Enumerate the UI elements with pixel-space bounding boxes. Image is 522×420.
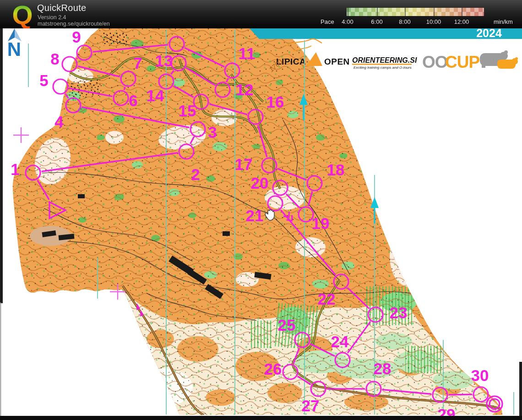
website-link[interactable]: matstroeng.se/quickroute/en: [38, 21, 110, 27]
control-number-11: 11: [239, 44, 256, 62]
control-number-30: 30: [471, 366, 489, 384]
header-bar: Q QuickRoute Version 2.4 matstroeng.se/q…: [0, 0, 522, 28]
open-word: OPEN: [324, 57, 350, 66]
control-number-22: 22: [318, 290, 336, 308]
map-left-edge: [0, 28, 3, 303]
orienteering-si-subtitle: Exciting training camps and O-tours: [353, 65, 412, 70]
control-number-16: 16: [266, 93, 284, 111]
pace-tick: [462, 8, 462, 16]
pace-tick: [348, 8, 348, 16]
control-number-7: 7: [133, 54, 142, 72]
quickroute-logo-icon: Q: [9, 0, 36, 28]
pace-tick: [434, 8, 435, 16]
pace-tick-label: 10:00: [423, 18, 445, 25]
control-number-25: 25: [278, 316, 296, 334]
control-number-24: 24: [331, 333, 349, 350]
control-number-27: 27: [302, 397, 320, 415]
map-canvas[interactable]: 2024 LIPICA OPEN ORIENTEERING.SI Excitin…: [0, 0, 522, 420]
north-letter: N: [7, 38, 21, 60]
control-number-15: 15: [179, 102, 196, 120]
control-number-9: 9: [72, 28, 81, 46]
control-number-28: 28: [374, 360, 392, 377]
map-left-edge-thin: [0, 302, 1, 416]
control-number-6: 6: [129, 92, 137, 109]
oocup-orange: CUP: [445, 53, 479, 71]
pace-tick-label: 6:00: [366, 18, 388, 25]
pace-tick: [377, 8, 378, 16]
control-number-5: 5: [39, 71, 48, 89]
control-number-26: 26: [264, 360, 282, 378]
course-leg: [449, 394, 472, 395]
pace-tick-label: 4:00: [337, 18, 359, 25]
control-number-1: 1: [11, 160, 19, 178]
control-number-13: 13: [155, 52, 173, 70]
control-number-18: 18: [327, 161, 345, 179]
control-number-17: 17: [235, 155, 253, 173]
oocup-logo: OO CUP: [422, 50, 518, 71]
control-number-20: 20: [251, 174, 269, 192]
pace-tick: [405, 8, 406, 16]
control-number-12: 12: [236, 81, 254, 98]
logo-letter: Q: [12, 0, 33, 28]
app-title: QuickRoute: [37, 3, 87, 13]
orienteering-si-title: ORIENTEERING.SI: [352, 56, 417, 64]
pace-tick-label: 12:00: [451, 18, 473, 25]
control-number-2: 2: [191, 165, 200, 183]
pace-gradient-bar: [347, 8, 484, 16]
app-version: Version 2.4: [38, 14, 66, 21]
map-bottom-edge: [0, 416, 522, 420]
map-banner: 2024: [250, 27, 522, 39]
quickroute-window: Q QuickRoute Version 2.4 matstroeng.se/q…: [0, 0, 522, 420]
control-number-19: 19: [312, 214, 330, 232]
control-number-14: 14: [147, 87, 164, 104]
control-number-3: 3: [208, 123, 217, 141]
oocup-gray: OO: [422, 53, 448, 71]
pace-unit-label: min/km: [494, 18, 513, 25]
map-right-edge: [519, 362, 522, 417]
orienteering-si-logo: ORIENTEERING.SI Exciting training camps …: [352, 56, 417, 70]
control-number-4: 4: [54, 113, 64, 131]
course-leg: [76, 58, 77, 59]
control-number-8: 8: [50, 50, 59, 68]
pace-legend-label: Pace: [321, 18, 334, 25]
control-number-21: 21: [246, 207, 264, 224]
pace-tick-label: 8:00: [394, 18, 416, 25]
banner-year: 2024: [476, 27, 502, 39]
control-number-23: 23: [390, 304, 408, 322]
